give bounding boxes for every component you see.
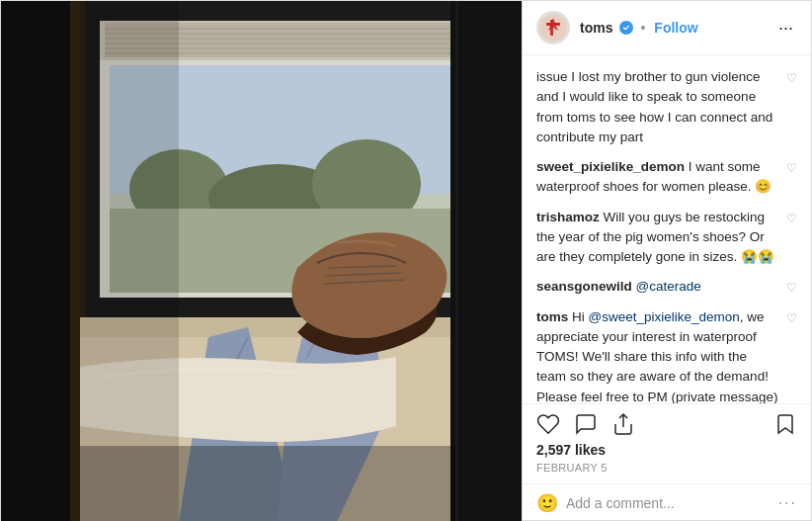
- more-options-button[interactable]: ···: [774, 18, 797, 39]
- avatar: [536, 11, 570, 44]
- action-buttons: [536, 412, 797, 436]
- like-icon[interactable]: ♡: [786, 210, 797, 227]
- bookmark-icon: [773, 412, 797, 436]
- like-icon[interactable]: ♡: [786, 69, 797, 87]
- comment-row: trishamoz Will you guys be restocking th…: [536, 208, 797, 268]
- share-icon: [611, 412, 635, 436]
- comment-username: seansgonewild: [536, 279, 632, 294]
- comment-row: toms Hi @sweet_pixielike_demon, we appre…: [536, 307, 797, 404]
- verified-badge: [619, 21, 633, 35]
- like-icon[interactable]: ♡: [786, 279, 797, 297]
- comment-item: sweet_pixielike_demon I want some waterp…: [536, 157, 797, 198]
- post-image: [1, 1, 522, 521]
- comment-username: toms: [536, 309, 568, 324]
- comment-item: seansgonewild @caterade ♡: [536, 277, 797, 297]
- comment-username: sweet_pixielike_demon: [536, 159, 685, 174]
- comment-row: seansgonewild @caterade ♡: [536, 277, 797, 297]
- add-comment-bar: 🙂 ···: [523, 483, 811, 521]
- post-container: toms • Follow ··· issue I lost: [0, 0, 812, 521]
- svg-rect-30: [80, 1, 179, 521]
- comment-icon: [574, 412, 598, 436]
- comment-text: trishamoz Will you guys be restocking th…: [536, 208, 786, 268]
- header-info: toms • Follow: [580, 20, 774, 36]
- more-dots-icon: ···: [778, 18, 793, 39]
- separator: •: [640, 20, 645, 36]
- actions-bar: 2,597 likes February 5: [523, 403, 811, 483]
- comment-item: issue I lost my brother to gun violence …: [536, 67, 797, 147]
- comment-item: trishamoz Will you guys be restocking th…: [536, 208, 797, 268]
- comment-username: trishamoz: [536, 210, 600, 224]
- comment-button[interactable]: [574, 412, 598, 436]
- svg-rect-27: [450, 1, 522, 521]
- follow-button[interactable]: Follow: [654, 20, 697, 36]
- comment-text: issue I lost my brother to gun violence …: [536, 67, 786, 147]
- comment-text: toms Hi @sweet_pixielike_demon, we appre…: [536, 307, 786, 404]
- svg-rect-28: [455, 1, 458, 521]
- comment-options[interactable]: ···: [778, 494, 797, 512]
- post-header: toms • Follow ···: [523, 1, 811, 55]
- save-button[interactable]: [773, 412, 797, 436]
- like-icon[interactable]: ♡: [786, 159, 797, 177]
- comments-area[interactable]: issue I lost my brother to gun violence …: [523, 55, 811, 403]
- heart-icon: [536, 412, 560, 436]
- likes-count: 2,597 likes: [536, 442, 797, 458]
- svg-rect-1: [1, 1, 80, 521]
- like-icon[interactable]: ♡: [786, 309, 797, 327]
- comment-text: seansgonewild @caterade: [536, 277, 786, 297]
- emoji-icon: 🙂: [536, 493, 558, 513]
- comment-input[interactable]: [566, 495, 778, 511]
- emoji-button[interactable]: 🙂: [536, 492, 558, 514]
- username: toms: [580, 20, 612, 36]
- mention: @caterade: [636, 279, 701, 294]
- post-sidebar: toms • Follow ··· issue I lost: [522, 1, 811, 521]
- comment-item: toms Hi @sweet_pixielike_demon, we appre…: [536, 307, 797, 404]
- share-button[interactable]: [611, 412, 635, 436]
- comment-row: sweet_pixielike_demon I want some waterp…: [536, 157, 797, 198]
- like-button[interactable]: [536, 412, 560, 436]
- comment-row: issue I lost my brother to gun violence …: [536, 67, 797, 147]
- mention: @sweet_pixielike_demon: [589, 309, 740, 324]
- comment-text: sweet_pixielike_demon I want some waterp…: [536, 157, 786, 198]
- post-date: February 5: [536, 462, 797, 474]
